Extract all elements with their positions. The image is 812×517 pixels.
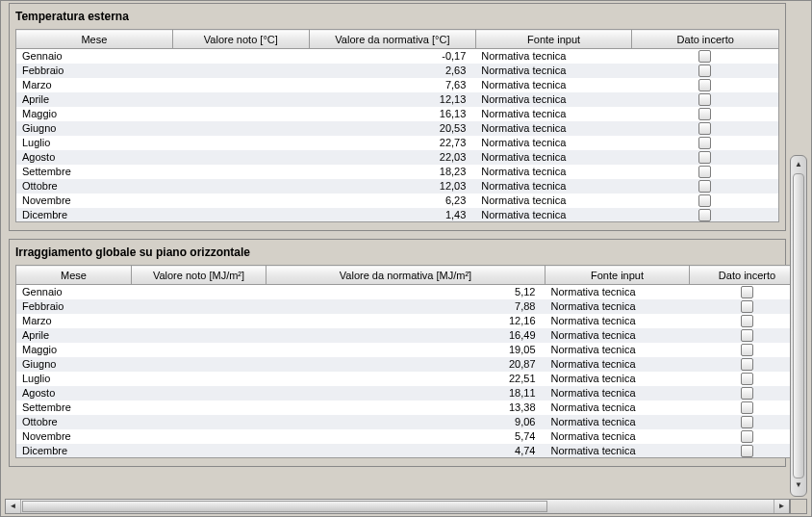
cell-uncertain[interactable] — [632, 92, 779, 107]
checkbox-uncertain[interactable] — [741, 416, 753, 428]
cell-source[interactable]: Normativa tecnica — [475, 179, 632, 194]
table-row[interactable]: Luglio22,51Normativa tecnica — [16, 372, 791, 386]
cell-source[interactable]: Normativa tecnica — [546, 314, 690, 328]
cell-month[interactable]: Novembre — [16, 194, 173, 208]
cell-month[interactable]: Ottobre — [16, 179, 173, 194]
scroll-left-icon[interactable]: ◄ — [6, 500, 21, 513]
cell-month[interactable]: Dicembre — [16, 208, 173, 222]
col-known[interactable]: Valore noto [°C] — [172, 30, 309, 49]
cell-norm[interactable]: -0,17 — [309, 49, 475, 64]
cell-month[interactable]: Novembre — [16, 429, 132, 444]
cell-month[interactable]: Settembre — [16, 401, 132, 415]
table-row[interactable]: Novembre6,23Normativa tecnica — [16, 194, 779, 208]
cell-source[interactable]: Normativa tecnica — [546, 285, 690, 299]
cell-uncertain[interactable] — [690, 401, 791, 415]
cell-source[interactable]: Normativa tecnica — [546, 444, 690, 458]
col-uncertain[interactable]: Dato incerto — [632, 30, 779, 49]
cell-known[interactable] — [132, 401, 266, 415]
cell-month[interactable]: Luglio — [16, 372, 132, 386]
cell-norm[interactable]: 22,03 — [309, 150, 475, 165]
cell-uncertain[interactable] — [690, 444, 791, 458]
cell-known[interactable] — [132, 415, 266, 429]
vertical-scrollbar[interactable]: ▲ ▼ — [790, 155, 807, 497]
cell-uncertain[interactable] — [632, 165, 779, 179]
cell-known[interactable] — [132, 285, 266, 299]
col-known[interactable]: Valore noto [MJ/m²] — [132, 266, 266, 285]
cell-known[interactable] — [132, 357, 266, 372]
table-row[interactable]: Settembre18,23Normativa tecnica — [16, 165, 779, 179]
checkbox-uncertain[interactable] — [698, 108, 711, 120]
cell-month[interactable]: Agosto — [16, 386, 132, 401]
cell-norm[interactable]: 16,49 — [266, 328, 546, 343]
checkbox-uncertain[interactable] — [698, 194, 711, 207]
cell-norm[interactable]: 22,51 — [266, 372, 546, 386]
checkbox-uncertain[interactable] — [741, 286, 753, 298]
cell-norm[interactable]: 5,74 — [266, 429, 546, 444]
scroll-up-icon[interactable]: ▲ — [791, 158, 806, 173]
cell-norm[interactable]: 12,16 — [266, 314, 546, 328]
table-row[interactable]: Maggio19,05Normativa tecnica — [16, 343, 791, 357]
checkbox-uncertain[interactable] — [741, 401, 753, 414]
cell-month[interactable]: Aprile — [16, 328, 132, 343]
checkbox-uncertain[interactable] — [698, 137, 711, 149]
cell-source[interactable]: Normativa tecnica — [546, 429, 690, 444]
table-row[interactable]: Dicembre4,74Normativa tecnica — [16, 444, 791, 458]
cell-month[interactable]: Dicembre — [16, 444, 132, 458]
table-row[interactable]: Gennaio5,12Normativa tecnica — [16, 285, 791, 299]
cell-known[interactable] — [172, 92, 309, 107]
cell-known[interactable] — [172, 179, 309, 194]
cell-month[interactable]: Settembre — [16, 165, 173, 179]
table-row[interactable]: Luglio22,73Normativa tecnica — [16, 136, 779, 150]
table-row[interactable]: Marzo7,63Normativa tecnica — [16, 78, 779, 92]
cell-norm[interactable]: 18,23 — [309, 165, 475, 179]
hscroll-track[interactable] — [22, 501, 773, 512]
cell-norm[interactable]: 12,03 — [309, 179, 475, 194]
cell-uncertain[interactable] — [690, 328, 791, 343]
cell-month[interactable]: Gennaio — [16, 285, 132, 299]
cell-uncertain[interactable] — [690, 415, 791, 429]
cell-norm[interactable]: 20,53 — [309, 121, 475, 136]
cell-month[interactable]: Aprile — [16, 92, 173, 107]
cell-known[interactable] — [132, 328, 266, 343]
cell-month[interactable]: Maggio — [16, 343, 132, 357]
cell-source[interactable]: Normativa tecnica — [546, 343, 690, 357]
cell-uncertain[interactable] — [690, 429, 791, 444]
table-row[interactable]: Settembre13,38Normativa tecnica — [16, 401, 791, 415]
cell-known[interactable] — [172, 136, 309, 150]
cell-norm[interactable]: 4,74 — [266, 444, 546, 458]
cell-source[interactable]: Normativa tecnica — [475, 64, 632, 78]
cell-source[interactable]: Normativa tecnica — [546, 299, 690, 314]
checkbox-uncertain[interactable] — [698, 166, 711, 178]
checkbox-uncertain[interactable] — [741, 300, 753, 313]
cell-known[interactable] — [172, 208, 309, 222]
cell-uncertain[interactable] — [632, 107, 779, 121]
col-source[interactable]: Fonte input — [546, 266, 690, 285]
table-row[interactable]: Aprile12,13Normativa tecnica — [16, 92, 779, 107]
checkbox-uncertain[interactable] — [741, 344, 753, 356]
table-row[interactable]: Dicembre1,43Normativa tecnica — [16, 208, 779, 222]
cell-month[interactable]: Marzo — [16, 78, 173, 92]
vscroll-thumb[interactable] — [793, 173, 804, 478]
col-norm[interactable]: Valore da normativa [°C] — [309, 30, 475, 49]
cell-source[interactable]: Normativa tecnica — [475, 107, 632, 121]
checkbox-uncertain[interactable] — [698, 93, 711, 106]
cell-uncertain[interactable] — [632, 49, 779, 64]
cell-known[interactable] — [132, 429, 266, 444]
table-row[interactable]: Marzo12,16Normativa tecnica — [16, 314, 791, 328]
cell-norm[interactable]: 12,13 — [309, 92, 475, 107]
cell-known[interactable] — [132, 299, 266, 314]
cell-source[interactable]: Normativa tecnica — [546, 415, 690, 429]
cell-month[interactable]: Giugno — [16, 121, 173, 136]
col-uncertain[interactable]: Dato incerto — [690, 266, 791, 285]
cell-source[interactable]: Normativa tecnica — [546, 372, 690, 386]
cell-known[interactable] — [172, 194, 309, 208]
cell-source[interactable]: Normativa tecnica — [475, 208, 632, 222]
cell-known[interactable] — [172, 78, 309, 92]
checkbox-uncertain[interactable] — [741, 358, 753, 371]
table-row[interactable]: Giugno20,87Normativa tecnica — [16, 357, 791, 372]
cell-source[interactable]: Normativa tecnica — [546, 386, 690, 401]
cell-uncertain[interactable] — [632, 194, 779, 208]
cell-month[interactable]: Giugno — [16, 357, 132, 372]
cell-month[interactable]: Marzo — [16, 314, 132, 328]
checkbox-uncertain[interactable] — [741, 315, 753, 327]
